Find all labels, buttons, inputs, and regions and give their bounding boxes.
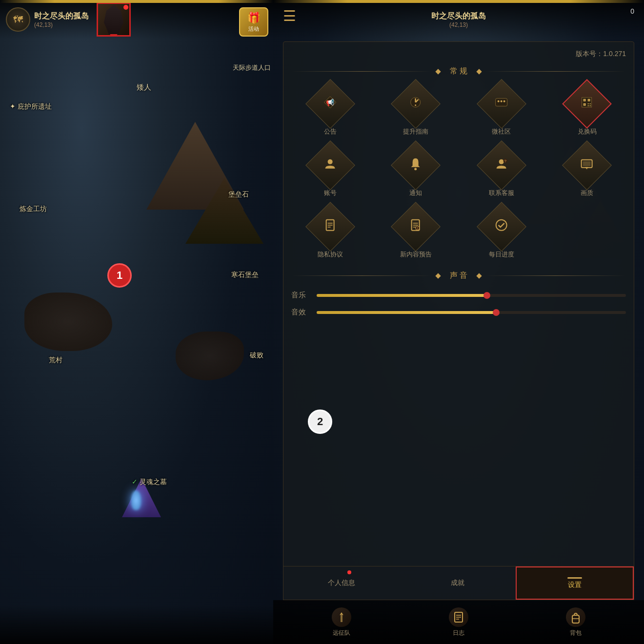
shelter-label: ✦ 庇护所遗址 [10, 102, 52, 111]
settings-item-account[interactable]: 账号 [291, 148, 369, 197]
svg-text:?: ? [504, 159, 507, 163]
top-decoration-bar [0, 0, 273, 3]
settings-grid-row1: 📢 公告 [291, 86, 626, 136]
settings-item-privacy[interactable]: 隐私协议 [291, 209, 369, 259]
step-badge-1: 1 [107, 263, 132, 288]
divider-line-left [291, 71, 432, 72]
notification-icon [408, 156, 423, 175]
notification-diamond [391, 140, 441, 190]
sound-divider-diamond-right [477, 273, 482, 278]
badge-1-number: 1 [117, 269, 122, 282]
divider-diamond-left [435, 69, 441, 74]
backpack-icon [566, 607, 585, 627]
community-icon [494, 95, 509, 114]
personal-info-red-dot [347, 570, 351, 574]
avatar-figure [101, 5, 126, 34]
divider-diamond-right [477, 69, 482, 74]
soul-check-icon: ✓ [132, 478, 140, 486]
activity-icon: 🎁 [247, 12, 261, 24]
account-icon [322, 156, 338, 175]
settings-item-announcement[interactable]: 📢 公告 [291, 86, 369, 136]
village-label: 荒村 [49, 356, 62, 365]
settings-item-community[interactable]: 微社区 [463, 86, 541, 136]
alchemist-label: 炼金工坊 [20, 205, 47, 214]
music-slider-row: 音乐 [291, 291, 626, 300]
effect-slider-thumb [493, 309, 500, 316]
achievements-label: 成就 [451, 579, 464, 587]
location-coords: (42,13) [34, 21, 89, 28]
settings-item-quality[interactable]: 画质 [548, 148, 626, 197]
settings-item-preview[interactable]: ! 新内容预告 [377, 209, 455, 259]
ruins-terrain-1 [24, 293, 112, 351]
settings-tab-label: 设置 [568, 581, 582, 589]
right-header: 时之尽头的孤岛 (42,13) 0 ☰ [273, 0, 644, 39]
guide-diamond [391, 79, 441, 129]
settings-grid-row3: 隐私协议 ! 新内容预告 [291, 209, 626, 259]
right-top-decoration [273, 0, 644, 3]
player-avatar[interactable] [97, 2, 131, 37]
nav-item-backpack[interactable]: 背包 [566, 607, 585, 637]
nav-item-journal[interactable]: 日志 [449, 607, 468, 637]
soul-text: 灵魂之墓 [140, 478, 167, 486]
svg-rect-27 [583, 161, 591, 166]
version-text: 版本号：1.0.271 [291, 50, 626, 59]
tab-settings[interactable]: 设置 [516, 566, 634, 600]
svg-rect-12 [588, 99, 590, 101]
right-location-name: 时之尽头的孤岛 [431, 11, 486, 21]
tab-achievements[interactable]: 成就 [400, 566, 516, 600]
redeem-label: 兑换码 [578, 127, 597, 136]
effect-slider-track[interactable] [317, 311, 626, 314]
journal-label: 日志 [453, 629, 464, 637]
community-diamond [477, 79, 526, 129]
guide-label: 提升指南 [403, 127, 428, 136]
right-currency-display: 0 [630, 7, 634, 15]
right-game-panel: 时之尽头的孤岛 (42,13) 0 ☰ 版本号：1.0.271 常 规 [273, 0, 644, 644]
settings-item-daily[interactable]: 每日进度 [463, 209, 541, 259]
settings-item-notification[interactable]: 通知 [377, 148, 455, 197]
support-icon: ? [494, 156, 509, 175]
right-bottom-nav: 远征队 日志 背包 [273, 600, 644, 644]
left-game-panel: 🗺 时之尽头的孤岛 (42,13) 0 0 🎁 活动 矮人 天际步道人口 [0, 0, 273, 644]
quality-icon [579, 156, 595, 175]
settings-item-redeem[interactable]: 兑换码 [548, 86, 626, 136]
svg-point-21 [328, 159, 333, 164]
settings-bottom-bar: 个人信息 成就 设置 [283, 566, 634, 600]
svg-rect-11 [584, 99, 586, 101]
badge-2-number: 2 [317, 415, 323, 428]
sound-section: 声 音 音乐 音效 [291, 271, 626, 317]
announcement-diamond: 📢 [305, 79, 355, 129]
game-background [0, 0, 273, 644]
support-diamond: ? [477, 140, 526, 190]
settings-item-empty [548, 209, 626, 259]
effect-slider-fill [317, 311, 496, 314]
preview-diamond: ! [391, 202, 441, 252]
music-label: 音乐 [291, 291, 311, 300]
location-map-icon: 🗺 [6, 7, 30, 32]
daily-icon [494, 217, 509, 236]
shelter-arrow: ✦ [10, 102, 18, 110]
nav-icon: ☰ [283, 8, 296, 24]
settings-panel: 版本号：1.0.271 常 规 📢 公告 [283, 41, 634, 600]
nav-item-expedition[interactable]: 远征队 [332, 607, 351, 637]
svg-point-22 [415, 168, 417, 170]
ruins-label: 破败 [250, 351, 263, 360]
general-section-divider: 常 规 [291, 66, 626, 77]
backpack-label: 背包 [570, 629, 582, 637]
expedition-label: 远征队 [333, 629, 350, 637]
settings-item-support[interactable]: ? 联系客服 [463, 148, 541, 197]
sound-section-title: 声 音 [450, 271, 467, 281]
tab-personal-info[interactable]: 个人信息 [283, 566, 400, 600]
activity-button[interactable]: 🎁 活动 [239, 7, 268, 37]
music-slider-track[interactable] [317, 294, 626, 297]
step-badge-2: 2 [308, 410, 332, 434]
notification-label: 通知 [409, 189, 422, 197]
quality-diamond [562, 140, 612, 190]
redeem-icon [579, 95, 595, 114]
settings-item-guide[interactable]: 提升指南 [377, 86, 455, 136]
step-label: 天际步道人口 [233, 64, 271, 71]
step-count-label: 天际步道人口 [233, 63, 271, 72]
left-bottom-nav [0, 605, 273, 644]
settings-grid-row2: 账号 通知 [291, 148, 626, 197]
right-nav-button[interactable]: ☰ [283, 7, 296, 24]
sound-divider-right [485, 275, 626, 276]
